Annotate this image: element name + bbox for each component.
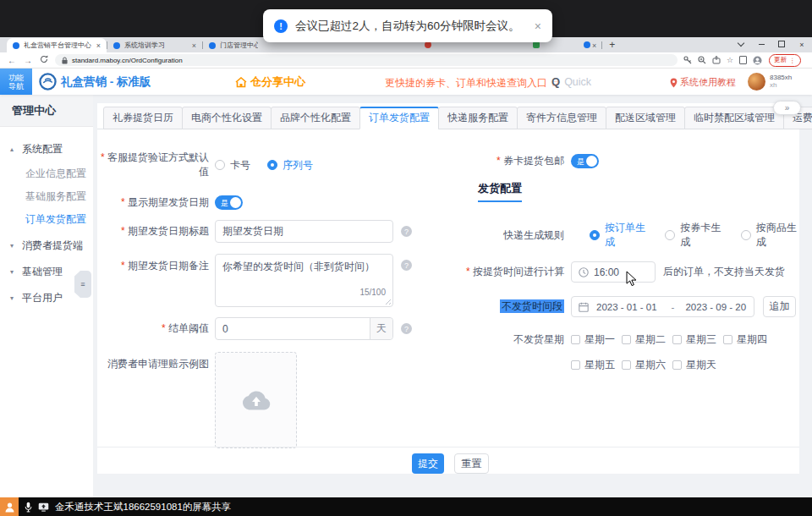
browser-profile-icon[interactable]	[753, 56, 762, 65]
location-pin-icon	[670, 78, 678, 88]
hidden-tab-favicon-icon[interactable]	[533, 41, 540, 48]
tab-order-shipping[interactable]: 订单发货配置	[359, 107, 439, 129]
checkbox-label: 星期二	[635, 332, 666, 347]
hidden-tab-favicon-icon[interactable]	[425, 41, 431, 48]
toast-close-icon[interactable]: ×	[535, 19, 541, 33]
tab-coupon-calendar[interactable]: 礼券提货日历	[103, 107, 183, 129]
refresh-icon[interactable]	[40, 55, 48, 65]
back-icon[interactable]: ←	[8, 56, 16, 65]
share-center-link[interactable]: 仓分享中心	[235, 74, 305, 90]
sidebar-collapse-handle[interactable]: ≡	[74, 271, 91, 298]
help-question-icon[interactable]: ?	[401, 226, 412, 237]
checkbox-saturday[interactable]: 星期六	[622, 358, 672, 372]
tab-close-icon[interactable]: ×	[192, 41, 196, 50]
range-separator: -	[672, 302, 675, 312]
section-title: 发货配置	[478, 181, 522, 202]
function-nav-button[interactable]: 功能 导航	[0, 69, 32, 95]
resize-grip-icon[interactable]	[383, 297, 391, 305]
zoom-icon[interactable]	[698, 56, 706, 64]
submit-button[interactable]: 提交	[412, 453, 444, 474]
sidebar-group-system-config[interactable]: ▴ 系统配置	[0, 142, 93, 156]
address-bar[interactable]: standard.maboy.cn/OrdConfiguration	[55, 54, 678, 66]
tab-sender-info[interactable]: 寄件方信息管理	[517, 107, 606, 129]
radio-icon[interactable]	[215, 160, 225, 170]
browser-tab-gift-admin[interactable]: 礼盒营销平台管理中心 ×	[7, 38, 107, 52]
tab-delivery-area[interactable]: 配送区域管理	[606, 107, 685, 129]
checkbox-icon[interactable]	[571, 360, 580, 370]
tab-brand-custom[interactable]: 品牌个性化配置	[271, 107, 360, 129]
microphone-icon[interactable]	[25, 502, 32, 513]
window-close-icon[interactable]: ×	[792, 41, 812, 49]
key-icon[interactable]	[683, 56, 692, 64]
help-question-icon[interactable]: ?	[401, 323, 412, 334]
checkbox-friday[interactable]: 星期五	[571, 358, 622, 372]
sidebar-item-basic-service[interactable]: 基础服务配置	[0, 189, 93, 204]
expect-date-note-textarea[interactable]: 你希望的发货时间（非到货时间） 15/100	[215, 254, 393, 307]
share-icon[interactable]	[712, 56, 721, 64]
hidden-tab-favicon-icon[interactable]	[584, 41, 590, 48]
app-header: 功能 导航 礼盒营销 - 标准版 仓分享中心 更快捷的券卡、订单和快递查询入口 …	[0, 69, 812, 95]
radio-icon[interactable]	[665, 230, 675, 240]
checkbox-icon[interactable]	[723, 335, 732, 344]
warehouse-icon	[235, 77, 247, 88]
expect-date-title-input[interactable]: 期望发货日期	[215, 220, 393, 243]
checkbox-tuesday[interactable]: 星期二	[622, 332, 672, 347]
tab-ecommerce-custom[interactable]: 电商个性化设置	[182, 107, 272, 129]
range-start-value: 2023 - 01 - 01	[596, 302, 657, 312]
checkbox-icon[interactable]	[672, 360, 682, 370]
radio-card-number[interactable]: 卡号	[215, 158, 250, 173]
reading-mode-icon[interactable]	[739, 56, 747, 64]
append-button[interactable]: 追加	[763, 296, 796, 317]
expect-date-note-label: 期望发货日期备注	[97, 254, 215, 273]
profile-chevron-icon[interactable]	[731, 41, 751, 49]
user-name: 8385xh xh	[770, 74, 792, 89]
tab-express-service[interactable]: 快递服务配置	[438, 107, 518, 129]
date-range-input[interactable]: 2023 - 01 - 01 - 2023 - 09 - 20	[571, 296, 754, 317]
checkbox-icon[interactable]	[622, 360, 631, 370]
tab-close-icon[interactable]: ×	[592, 41, 596, 50]
free-shipping-toggle[interactable]: 是	[571, 154, 599, 168]
browser-tab-store[interactable]: 门店管理中心	[203, 38, 264, 52]
upload-dropzone[interactable]	[215, 352, 297, 448]
checkbox-sunday[interactable]: 星期天	[672, 358, 723, 372]
bookmark-star-icon[interactable]: ☆	[727, 56, 733, 64]
radio-serial-number[interactable]: 序列号	[267, 158, 313, 173]
selected-text: 不发货时间段	[500, 299, 564, 313]
tutorial-label: 系统使用教程	[680, 76, 736, 89]
radio-icon[interactable]	[590, 230, 600, 240]
checkbox-icon[interactable]	[672, 335, 682, 344]
sidebar-group-consumer[interactable]: ▾ 消费者提货端	[0, 239, 93, 253]
tab-close-icon[interactable]: ×	[96, 41, 101, 50]
checkbox-icon[interactable]	[622, 335, 631, 344]
sidebar: 管理中心 ▴ 系统配置 企业信息配置 基础服务配置 订单发货配置 ▾ 消费者提货…	[0, 95, 93, 497]
radio-by-order[interactable]: 按订单生成	[590, 221, 648, 250]
checkbox-thursday[interactable]: 星期四	[723, 332, 774, 347]
sidebar-item-order-shipping[interactable]: 订单发货配置	[0, 212, 93, 227]
radio-icon[interactable]	[741, 230, 751, 240]
reset-button[interactable]: 重置	[454, 453, 489, 474]
tab-temp-banned-area[interactable]: 临时禁配区域管理	[684, 107, 784, 129]
checkbox-monday[interactable]: 星期一	[571, 332, 622, 347]
close-threshold-input[interactable]: 0 天	[215, 317, 393, 340]
minimize-icon[interactable]	[751, 41, 771, 49]
quick-search[interactable]: Q Quick	[551, 75, 591, 88]
forward-icon[interactable]: →	[24, 56, 32, 65]
radio-by-product[interactable]: 按商品生成	[741, 221, 799, 250]
pickup-time-suffix: 后的订单，不支持当天发货	[663, 265, 785, 279]
user-avatar[interactable]	[748, 73, 765, 91]
browser-tab-training[interactable]: 系统培训学习 ×	[107, 38, 202, 52]
pickup-time-input[interactable]: 16:00	[571, 261, 656, 283]
checkbox-wednesday[interactable]: 星期三	[672, 332, 723, 347]
tutorial-link[interactable]: 系统使用教程	[670, 76, 736, 89]
more-tabs-button[interactable]: »	[773, 101, 801, 115]
new-tab-button[interactable]: +	[609, 39, 615, 51]
browser-update-button[interactable]: 更新 ⋮	[769, 54, 801, 67]
screen-share-icon[interactable]	[38, 502, 49, 512]
show-expect-date-toggle[interactable]: 是	[215, 195, 243, 210]
help-question-icon[interactable]: ?	[401, 260, 412, 271]
radio-icon[interactable]	[267, 160, 277, 170]
sidebar-item-enterprise-info[interactable]: 企业信息配置	[0, 167, 93, 181]
maximize-icon[interactable]	[771, 41, 792, 49]
radio-by-coupon[interactable]: 按券卡生成	[665, 221, 723, 250]
checkbox-icon[interactable]	[571, 335, 580, 344]
